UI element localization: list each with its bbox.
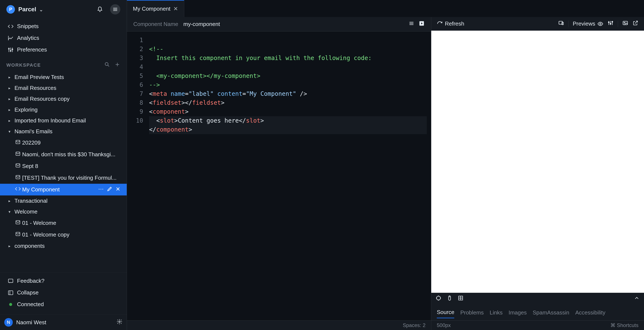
close-button[interactable]: ✕: [116, 186, 120, 193]
refresh-label: Refresh: [445, 20, 464, 27]
image-icon: [622, 20, 628, 26]
tree-file[interactable]: My Component⋯✕: [0, 184, 127, 196]
tree-folder[interactable]: ▸Email Preview Tests: [0, 72, 127, 82]
preview-toolbar: Refresh Previews: [431, 17, 644, 31]
grid-button[interactable]: [458, 295, 464, 302]
inspector-tab-spamassassin[interactable]: SpamAssassin: [532, 307, 569, 318]
tree-file[interactable]: [TEST] Thank you for visiting Formul...: [0, 172, 127, 184]
workspace-heading: WORKSPACE: [6, 62, 41, 68]
nav-snippets[interactable]: Snippets: [4, 20, 123, 32]
tree-item-label: 01 - Welcome copy: [22, 232, 70, 238]
code-line: <fieldset></fieldset>: [149, 99, 224, 106]
sidebar-header: P Parcel ⌄: [0, 0, 127, 19]
tab-bar: My Component ✕: [127, 0, 644, 17]
component-icon: [15, 186, 20, 193]
tree-file[interactable]: 01 - Welcome copy: [0, 229, 127, 240]
edit-button[interactable]: [107, 186, 113, 193]
connection-status: Connected: [4, 298, 123, 310]
refresh-button[interactable]: Refresh: [437, 20, 464, 27]
play-icon: [419, 20, 425, 26]
add-button[interactable]: [114, 62, 120, 69]
svg-rect-19: [8, 279, 13, 282]
open-external-button[interactable]: [632, 20, 638, 28]
code-line: <!--: [149, 46, 163, 52]
user-settings-button[interactable]: [116, 319, 122, 326]
feedback-button[interactable]: Feedback?: [4, 275, 123, 287]
code-line: </component>: [149, 125, 427, 134]
collapse-icon: [8, 290, 14, 296]
code-line: -->: [149, 81, 160, 88]
inspector-tab-images[interactable]: Images: [508, 307, 527, 318]
tree-folder[interactable]: ▾Welcome: [0, 206, 127, 217]
tab-my-component[interactable]: My Component ✕: [127, 0, 184, 17]
component-name-input[interactable]: [182, 20, 259, 28]
tree-item-label: Naomi, don't miss this $30 Thanksgi...: [22, 151, 116, 158]
pointer-button[interactable]: [446, 295, 452, 302]
tree-folder[interactable]: ▸Transactional: [0, 196, 127, 206]
screenshot-button[interactable]: [622, 20, 628, 28]
inspector-tab-links[interactable]: Links: [490, 307, 502, 318]
tree-item-label: Transactional: [14, 198, 48, 204]
preview-viewport[interactable]: [431, 31, 644, 293]
devices-button[interactable]: [558, 20, 564, 28]
code-icon: [8, 24, 14, 30]
tree-file[interactable]: Naomi, don't miss this $30 Thanksgi...: [0, 148, 127, 160]
preview-width[interactable]: 500px: [437, 322, 451, 328]
inspector-tabs: SourceProblemsLinksImagesSpamAssassinAcc…: [431, 305, 644, 320]
settings-button[interactable]: [608, 20, 614, 28]
collapse-inspector-button[interactable]: [634, 295, 640, 302]
more-button[interactable]: ⋯: [98, 186, 104, 193]
previews-label: Previews: [573, 20, 595, 27]
gear-icon: [116, 319, 122, 325]
nav-preferences-label: Preferences: [17, 46, 47, 53]
user-row[interactable]: N Naomi West: [0, 314, 127, 330]
inspector-toolbar: [431, 293, 644, 305]
nav-analytics[interactable]: Analytics: [4, 32, 123, 44]
preview-statusbar: 500px ⌘ Shortcuts: [431, 320, 644, 330]
tree-item-label: Email Resources: [14, 85, 56, 91]
spaces-indicator[interactable]: Spaces: 2: [403, 322, 426, 328]
inspector-tab-problems[interactable]: Problems: [460, 307, 484, 318]
code-content[interactable]: <!-- Insert this component in your email…: [147, 32, 431, 320]
brand-name[interactable]: Parcel ⌄: [18, 6, 43, 13]
inspect-button[interactable]: [436, 295, 442, 302]
mouse-icon: [446, 295, 452, 301]
svg-point-39: [624, 22, 625, 24]
nav-snippets-label: Snippets: [17, 23, 38, 30]
code-editor[interactable]: 12345678910 <!-- Insert this component i…: [127, 32, 431, 320]
nav-preferences[interactable]: Preferences: [4, 44, 123, 56]
wrap-toggle-button[interactable]: [408, 20, 414, 28]
sidebar-footer: Feedback? Collapse Connected: [0, 272, 127, 313]
menu-button[interactable]: [110, 4, 120, 14]
collapse-button[interactable]: Collapse: [4, 287, 123, 298]
tree-item-label: [TEST] Thank you for visiting Formul...: [22, 174, 116, 181]
search-button[interactable]: [104, 62, 110, 69]
notifications-button[interactable]: [95, 4, 105, 14]
inspector-tab-accessibility[interactable]: Accessibility: [575, 307, 606, 318]
search-icon: [104, 62, 110, 68]
tab-close-button[interactable]: ✕: [173, 6, 178, 12]
shortcuts-button[interactable]: ⌘ Shortcuts: [610, 322, 638, 328]
tree-folder[interactable]: ▸components: [0, 240, 127, 252]
brand-badge: P: [6, 5, 15, 14]
chevron-icon: ▾: [8, 210, 12, 214]
tree-folder[interactable]: ▸Exploring: [0, 104, 127, 115]
tree-folder[interactable]: ▸Email Resources copy: [0, 94, 127, 104]
external-link-icon: [632, 20, 638, 26]
tree-folder[interactable]: ▸Email Resources: [0, 82, 127, 94]
inspector-tab-source[interactable]: Source: [437, 307, 454, 318]
previews-toggle[interactable]: Previews: [573, 20, 603, 27]
tree-folder[interactable]: ▾Naomi's Emails: [0, 126, 127, 137]
tree-file[interactable]: 202209: [0, 137, 127, 148]
svg-point-40: [436, 296, 440, 300]
chevron-icon: ▸: [8, 118, 12, 123]
tree-item-label: components: [14, 243, 45, 249]
chevron-icon: ▾: [8, 129, 12, 134]
run-button[interactable]: [419, 20, 425, 28]
tree-file[interactable]: Sept 8: [0, 160, 127, 172]
tree-item-label: Naomi's Emails: [14, 128, 52, 135]
brand-name-text: Parcel: [18, 6, 36, 12]
tree-folder[interactable]: ▸Imported from Inbound Email: [0, 115, 127, 126]
tree-item-label: Email Preview Tests: [14, 74, 64, 80]
tree-file[interactable]: 01 - Welcome: [0, 217, 127, 229]
